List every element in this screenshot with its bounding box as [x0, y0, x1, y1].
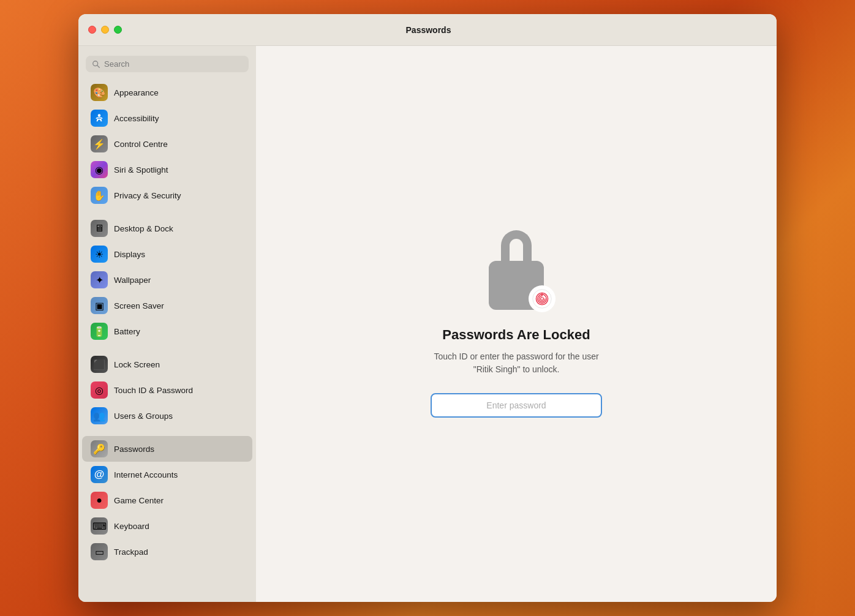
sidebar-item-label-accessibility: Accessibility [114, 114, 159, 123]
sidebar-icon-displays: ☀ [91, 246, 108, 263]
svg-line-1 [97, 65, 100, 67]
sidebar-item-label-wallpaper: Wallpaper [114, 276, 151, 285]
sidebar-item-touch-id-password[interactable]: ◎Touch ID & Password [82, 377, 252, 403]
sidebar-item-passwords[interactable]: 🔑Passwords [82, 436, 252, 462]
sidebar-item-trackpad[interactable]: ▭Trackpad [82, 539, 252, 565]
sidebar-item-label-appearance: Appearance [114, 88, 159, 97]
window-title: Passwords [122, 25, 735, 35]
sidebar-divider [78, 344, 256, 351]
sidebar-item-users-groups[interactable]: 👥Users & Groups [82, 403, 252, 429]
sidebar-items-list: 🎨AppearanceAccessibility⚡Control Centre◉… [78, 80, 256, 565]
sidebar-item-desktop-dock[interactable]: 🖥Desktop & Dock [82, 216, 252, 241]
sidebar-item-label-touch-id-password: Touch ID & Password [114, 386, 193, 395]
sidebar-icon-control-centre: ⚡ [91, 135, 108, 152]
sidebar-icon-privacy-security: ✋ [91, 187, 108, 204]
system-preferences-window: Passwords 🎨AppearanceAccessibility⚡Contr… [78, 14, 777, 602]
lock-subtitle-line2: "Ritik Singh" to unlock. [473, 364, 560, 374]
sidebar-item-label-users-groups: Users & Groups [114, 411, 173, 421]
password-input[interactable] [431, 393, 602, 418]
sidebar: 🎨AppearanceAccessibility⚡Control Centre◉… [78, 46, 256, 602]
lock-title: Passwords Are Locked [442, 327, 590, 343]
sidebar-item-label-keyboard: Keyboard [114, 522, 149, 531]
search-container [78, 53, 256, 80]
sidebar-item-label-lock-screen: Lock Screen [114, 360, 160, 369]
sidebar-item-battery[interactable]: 🔋Battery [82, 318, 252, 344]
lock-subtitle-line1: Touch ID or enter the password for the u… [434, 351, 598, 361]
sidebar-icon-desktop-dock: 🖥 [91, 220, 108, 237]
sidebar-icon-passwords: 🔑 [91, 440, 108, 457]
fingerprint-badge [529, 285, 556, 312]
sidebar-item-displays[interactable]: ☀Displays [82, 241, 252, 267]
sidebar-item-label-passwords: Passwords [114, 445, 154, 454]
sidebar-item-wallpaper[interactable]: ✦Wallpaper [82, 267, 252, 293]
sidebar-icon-users-groups: 👥 [91, 407, 108, 424]
sidebar-item-label-battery: Battery [114, 327, 140, 336]
sidebar-item-lock-screen[interactable]: ⬛Lock Screen [82, 351, 252, 377]
minimize-button[interactable] [101, 26, 109, 34]
sidebar-icon-accessibility [91, 110, 108, 127]
sidebar-item-label-control-centre: Control Centre [114, 140, 168, 149]
title-bar: Passwords [78, 14, 777, 46]
sidebar-item-label-internet-accounts: Internet Accounts [114, 470, 178, 479]
sidebar-icon-game-center: ● [91, 492, 108, 509]
sidebar-item-appearance[interactable]: 🎨Appearance [82, 80, 252, 105]
sidebar-item-privacy-security[interactable]: ✋Privacy & Security [82, 182, 252, 208]
sidebar-item-label-screen-saver: Screen Saver [114, 301, 164, 310]
sidebar-icon-trackpad: ▭ [91, 543, 108, 560]
sidebar-divider [78, 208, 256, 216]
sidebar-icon-internet-accounts: @ [91, 466, 108, 483]
lock-shackle [501, 230, 532, 264]
lock-subtitle: Touch ID or enter the password for the u… [434, 350, 598, 376]
traffic-lights [88, 26, 122, 34]
search-box[interactable] [86, 56, 249, 72]
sidebar-item-label-desktop-dock: Desktop & Dock [114, 224, 173, 233]
sidebar-item-label-displays: Displays [114, 250, 145, 259]
sidebar-item-accessibility[interactable]: Accessibility [82, 105, 252, 131]
sidebar-icon-appearance: 🎨 [91, 84, 108, 101]
sidebar-item-siri-spotlight[interactable]: ◉Siri & Spotlight [82, 157, 252, 182]
sidebar-divider [78, 429, 256, 436]
search-input[interactable] [104, 59, 243, 69]
sidebar-item-label-privacy-security: Privacy & Security [114, 191, 181, 200]
sidebar-icon-battery: 🔋 [91, 323, 108, 340]
sidebar-item-label-trackpad: Trackpad [114, 547, 148, 557]
sidebar-icon-touch-id-password: ◎ [91, 381, 108, 399]
svg-point-2 [98, 114, 101, 117]
maximize-button[interactable] [114, 26, 122, 34]
close-button[interactable] [88, 26, 96, 34]
search-icon [92, 60, 100, 69]
fingerprint-icon [532, 289, 552, 309]
sidebar-item-screen-saver[interactable]: ▣Screen Saver [82, 293, 252, 318]
sidebar-item-label-game-center: Game Center [114, 496, 164, 505]
window-body: 🎨AppearanceAccessibility⚡Control Centre◉… [78, 46, 777, 602]
sidebar-item-internet-accounts[interactable]: @Internet Accounts [82, 462, 252, 487]
main-content: Passwords Are Locked Touch ID or enter t… [256, 46, 777, 602]
svg-point-3 [533, 290, 551, 308]
sidebar-icon-siri-spotlight: ◉ [91, 161, 108, 178]
sidebar-item-keyboard[interactable]: ⌨Keyboard [82, 513, 252, 539]
sidebar-icon-keyboard: ⌨ [91, 517, 108, 535]
sidebar-item-game-center[interactable]: ●Game Center [82, 487, 252, 513]
sidebar-item-label-siri-spotlight: Siri & Spotlight [114, 165, 168, 175]
sidebar-icon-wallpaper: ✦ [91, 271, 108, 288]
password-input-container [431, 393, 602, 418]
sidebar-item-control-centre[interactable]: ⚡Control Centre [82, 131, 252, 157]
sidebar-icon-screen-saver: ▣ [91, 297, 108, 314]
lock-illustration [480, 230, 553, 310]
sidebar-icon-lock-screen: ⬛ [91, 356, 108, 373]
